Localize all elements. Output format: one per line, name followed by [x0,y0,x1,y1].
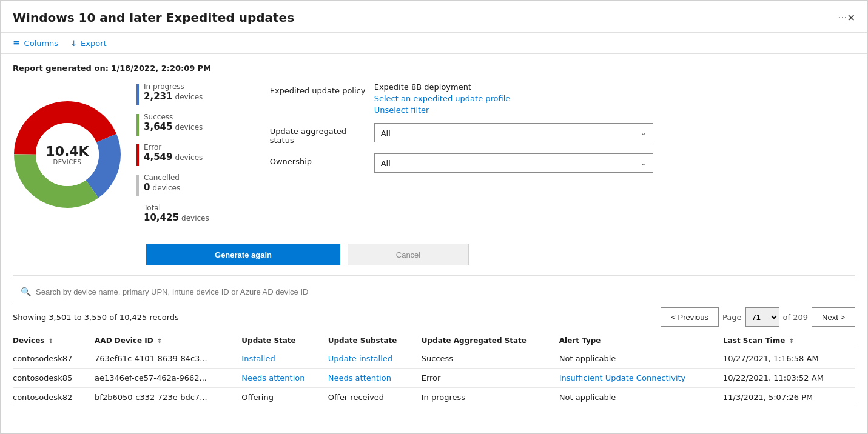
legend-value-in-progress: 2,231 [144,91,172,102]
legend-bar-cancelled [136,175,139,196]
col-update-state: Update State [241,332,328,349]
cell-update-state: Offering [241,388,328,407]
pagination-controls: < Previous Page 71 of 209 Next > [661,307,855,327]
cell-alert-type: Not applicable [559,388,723,407]
legend-label-in-progress: In progress [144,82,203,91]
of-text: of 209 [783,313,808,322]
cell-aggregated-state: Error [422,369,559,388]
col-last-scan-time[interactable]: Last Scan Time ↕ [723,332,855,349]
actions-row: Generate again Cancel [146,244,855,265]
close-button[interactable]: ✕ [847,12,855,24]
legend-success: Success 3,645 devices [136,113,209,136]
cell-aad-device-id: 763ef61c-4101-8639-84c3... [95,349,241,369]
policy-filter-row: Expedited update policy Expedite 8B depl… [270,82,653,115]
legend-bar-success [136,114,139,136]
cell-update-state[interactable]: Needs attention [241,369,328,388]
sort-icon-aad: ↕ [157,338,162,344]
legend-bar-in-progress [136,84,139,105]
legend-label-success: Success [144,113,203,121]
export-label: Export [81,39,107,48]
legend-value-success: 3,645 [144,121,172,132]
cell-alert-type[interactable]: Insufficient Update Connectivity [559,369,723,388]
col-aad-device-id[interactable]: AAD Device ID ↕ [95,332,241,349]
col-update-aggregated-state: Update Aggregated State [422,332,559,349]
report-generated: Report generated on: 1/18/2022, 2:20:09 … [13,64,855,73]
ownership-chevron: ⌄ [641,159,647,167]
search-icon: 🔍 [21,287,31,296]
cell-aad-device-id: bf2b6050-c332-723e-bdc7... [95,388,241,407]
cell-devices: contosodesk82 [13,388,95,407]
cell-alert-type: Not applicable [559,349,723,369]
table-row: contosodesk82 bf2b6050-c332-723e-bdc7...… [13,388,855,407]
aggregated-status-dropdown[interactable]: All ⌄ [374,123,653,142]
legend-label-error: Error [144,143,203,152]
cell-last-scan-time: 10/22/2021, 11:03:52 AM [723,369,855,388]
ownership-value: All [381,159,391,168]
cell-devices: contosodesk85 [13,369,95,388]
legend-total: Total 10,425 devices [136,204,209,227]
table-row: contosodesk85 ae1346ef-ce57-462a-9662...… [13,369,855,388]
aggregated-status-chevron: ⌄ [641,129,647,137]
page-select[interactable]: 71 [745,307,779,327]
pagination-row: Showing 3,501 to 3,550 of 10,425 records… [13,307,855,327]
donut-center-label: DEVICES [45,159,89,165]
unselect-filter-link[interactable]: Unselect filter [374,105,511,115]
columns-label: Columns [24,39,59,48]
select-expedited-profile-link[interactable]: Select an expedited update profile [374,94,511,103]
legend-bar-error [136,144,139,166]
legend-error: Error 4,549 devices [136,143,209,166]
ownership-row: Ownership All ⌄ [270,153,653,173]
cell-aad-device-id: ae1346ef-ce57-462a-9662... [95,369,241,388]
sort-icon-scan: ↕ [789,338,794,344]
policy-filter-label: Expedited update policy [270,82,367,95]
aggregated-status-label: Update aggregated status [270,123,367,145]
cell-last-scan-time: 10/27/2021, 1:16:58 AM [723,349,855,369]
ownership-label: Ownership [270,153,367,166]
col-alert-type: Alert Type [559,332,723,349]
legend-label-cancelled: Cancelled [144,173,180,182]
cell-update-state[interactable]: Installed [241,349,328,369]
legend-cancelled: Cancelled 0 devices [136,173,209,196]
aggregated-status-value: All [381,129,391,138]
window-title: Windows 10 and later Expedited updates [13,10,832,25]
search-input[interactable] [36,287,847,296]
legend-label-total: Total [144,204,209,212]
generate-again-button[interactable]: Generate again [146,244,340,265]
legend-in-progress: In progress 2,231 devices [136,82,209,105]
cell-aggregated-state: Success [422,349,559,369]
legend-value-error: 4,549 [144,152,172,162]
previous-button[interactable]: < Previous [661,307,719,327]
table-row: contosodesk87 763ef61c-4101-8639-84c3...… [13,349,855,369]
showing-text: Showing 3,501 to 3,550 of 10,425 records [13,313,179,322]
legend-value-total: 10,425 [144,212,179,223]
cell-update-substate[interactable]: Update installed [328,349,422,369]
cancel-button: Cancel [348,244,469,265]
legend-value-cancelled: 0 [144,182,150,193]
page-label: Page [722,313,741,322]
cell-update-substate: Offer received [328,388,422,407]
cell-aggregated-state: In progress [422,388,559,407]
sort-icon-devices: ↕ [49,338,53,344]
columns-icon: ≡ [13,38,21,48]
policy-filter-value: Expedite 8B deployment [374,82,511,92]
col-update-substate: Update Substate [328,332,422,349]
ownership-dropdown[interactable]: All ⌄ [374,153,653,173]
filters-panel: Expedited update policy Expedite 8B depl… [270,82,653,173]
cell-update-substate[interactable]: Needs attention [328,369,422,388]
cell-last-scan-time: 11/3/2021, 5:07:26 PM [723,388,855,407]
search-bar[interactable]: 🔍 [13,281,855,302]
donut-center-number: 10.4K [45,144,89,159]
next-button[interactable]: Next > [812,307,855,327]
chart-legend: In progress 2,231 devices Success 3,645 … [136,82,209,227]
devices-table: Devices ↕ AAD Device ID ↕ Update State U… [13,332,855,407]
export-button[interactable]: ↓ Export [70,39,106,48]
cell-devices: contosodesk87 [13,349,95,369]
window-ellipsis[interactable]: ··· [838,12,847,24]
col-devices[interactable]: Devices ↕ [13,332,95,349]
columns-button[interactable]: ≡ Columns [13,38,58,48]
aggregated-status-row: Update aggregated status All ⌄ [270,123,653,145]
export-icon: ↓ [70,39,77,48]
donut-chart: 10.4K DEVICES [13,100,122,209]
legend-bar-total [136,205,139,227]
